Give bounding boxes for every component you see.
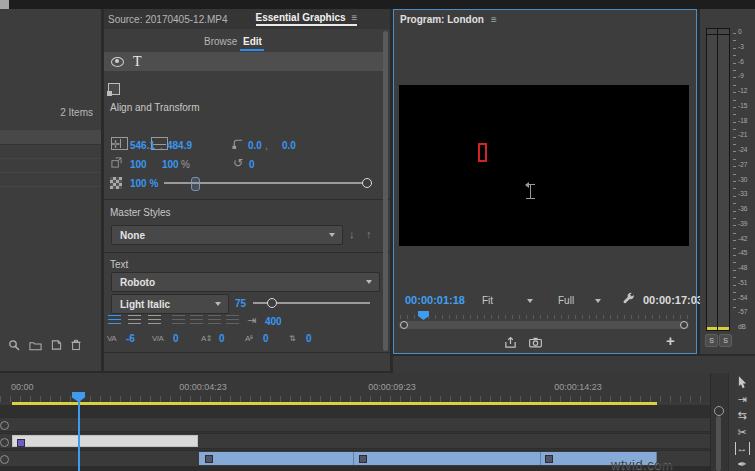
font-size-slider-handle[interactable]	[267, 298, 277, 308]
percent-sign: %	[181, 159, 190, 170]
slip-tool-icon[interactable]: ↔	[735, 442, 750, 454]
tab-width-icon: ⇥	[247, 314, 256, 327]
scrollbar-thumb[interactable]	[716, 416, 721, 471]
selection-tool-icon[interactable]	[738, 376, 747, 389]
opacity-value[interactable]: 100 %	[130, 178, 158, 189]
video-clip[interactable]	[354, 452, 541, 465]
graphic-clip-selected[interactable]	[12, 435, 198, 447]
new-item-icon[interactable]	[51, 339, 62, 351]
scale-x-value[interactable]: 100	[130, 159, 147, 170]
project-row-divider	[0, 158, 101, 159]
program-panel-title[interactable]: Program: London	[400, 14, 484, 25]
opacity-slider-handle[interactable]	[362, 178, 372, 188]
trash-icon[interactable]	[71, 339, 81, 351]
align-right-button[interactable]	[148, 315, 161, 325]
project-list-header[interactable]	[0, 130, 101, 145]
push-style-up-icon[interactable]: ↑	[366, 228, 372, 240]
project-row-divider	[0, 172, 101, 173]
timeline-ruler[interactable]: 00:00 00:00:04:23 00:00:09:23 00:00:14:2…	[0, 373, 710, 402]
panel-gap-strip	[393, 354, 755, 374]
timeline-nav-row[interactable]	[0, 405, 710, 417]
video-clip[interactable]	[199, 452, 354, 465]
tracking-value[interactable]: -6	[126, 333, 135, 344]
ruler-timecode: 00:00	[11, 382, 34, 392]
meter-level	[707, 327, 717, 330]
solo-left-button[interactable]: S	[705, 334, 718, 347]
audio-meters-panel: 0 -3 -6 -9 -12 -15 -18 -21 -24 -27 -30 -…	[700, 9, 755, 371]
solo-right-button[interactable]: S	[719, 334, 732, 347]
ripple-edit-tool-icon[interactable]: ⇆	[737, 409, 746, 421]
tab-edit[interactable]: Edit	[243, 36, 262, 47]
scale-y-value[interactable]: 100	[162, 159, 179, 170]
master-styles-dropdown[interactable]: None	[111, 225, 343, 245]
video-track-v3[interactable]	[0, 417, 710, 432]
db-label: -27	[738, 162, 755, 169]
panel-menu-icon[interactable]: ≡	[491, 14, 497, 25]
search-icon[interactable]	[8, 339, 20, 351]
eye-visibility-icon[interactable]	[111, 57, 124, 67]
tab-browse[interactable]: Browse	[204, 36, 237, 47]
timeline-playhead-line[interactable]	[78, 395, 80, 471]
position-y-value[interactable]: 484.9	[167, 140, 192, 151]
font-style-value: Light Italic	[120, 299, 170, 310]
db-label: -45	[738, 250, 755, 257]
export-frame-icon[interactable]	[504, 336, 517, 351]
program-video-viewport[interactable]	[399, 85, 689, 246]
text-layer-row[interactable]: T	[104, 52, 385, 71]
panel-menu-icon[interactable]: ≡	[352, 12, 358, 23]
scrub-right-handle[interactable]	[680, 321, 688, 329]
justify-last-left-button[interactable]	[172, 315, 185, 325]
db-label: -21	[738, 132, 755, 139]
track-select-forward-tool-icon[interactable]: ⇥	[737, 393, 746, 405]
zoom-level-dropdown[interactable]: Fit	[482, 295, 493, 306]
justify-last-right-button[interactable]	[208, 315, 221, 325]
justify-all-button[interactable]	[226, 315, 239, 325]
track-toggle-icon[interactable]	[0, 455, 9, 464]
justify-last-center-button[interactable]	[190, 315, 203, 325]
scrub-bar[interactable]	[399, 321, 689, 329]
new-bin-folder-icon[interactable]	[29, 340, 42, 351]
add-button[interactable]: +	[666, 332, 675, 349]
leading-value[interactable]: 0	[219, 333, 225, 344]
baseline-shift-value[interactable]: 0	[263, 333, 269, 344]
position-x-value[interactable]: 546.1	[130, 140, 155, 151]
rotation-value[interactable]: 0	[249, 159, 255, 170]
link-scale-icon[interactable]	[191, 177, 200, 191]
anchor-x-value[interactable]: 0.0	[248, 140, 262, 151]
db-label: -9	[738, 73, 755, 80]
font-style-dropdown[interactable]: Light Italic	[111, 294, 229, 314]
align-left-button[interactable]	[108, 315, 121, 325]
align-center-button[interactable]	[128, 315, 141, 325]
position-icon: ✛	[111, 138, 120, 151]
camera-snapshot-icon[interactable]	[529, 337, 542, 350]
pen-tool-icon[interactable]: ✒	[737, 459, 746, 471]
opacity-slider-track[interactable]	[164, 182, 369, 184]
video-track-v2[interactable]	[0, 433, 710, 449]
scrollbar[interactable]	[383, 31, 388, 351]
fx-badge-icon	[545, 455, 553, 463]
current-timecode[interactable]: 00:00:01:18	[405, 294, 465, 306]
db-label: -24	[738, 147, 755, 154]
font-family-dropdown[interactable]: Roboto	[111, 272, 380, 292]
tab-width-value[interactable]: 400	[265, 316, 282, 327]
project-toolbar	[8, 339, 81, 351]
font-size-value[interactable]: 75	[235, 298, 246, 309]
new-layer-button[interactable]	[108, 83, 120, 95]
video-track-v1[interactable]	[0, 450, 710, 467]
program-monitor-panel: Program: London ≡ 00:00:01:18 Fit Full 0…	[393, 9, 697, 354]
track-toggle-icon[interactable]	[0, 438, 9, 447]
project-panel: 2 Items	[0, 9, 101, 371]
settings-wrench-icon[interactable]	[622, 292, 635, 307]
anchor-y-value[interactable]: 0.0	[282, 140, 296, 151]
scrub-left-handle[interactable]	[400, 321, 408, 329]
scrollbar-handle[interactable]	[714, 406, 724, 416]
push-style-down-icon[interactable]: ↓	[349, 228, 355, 240]
tab-essential-graphics[interactable]: Essential Graphics ≡	[256, 12, 358, 26]
razor-tool-icon[interactable]: ✂	[737, 426, 746, 438]
kerning-value[interactable]: 0	[173, 333, 179, 344]
tsume-value[interactable]: 0	[306, 333, 312, 344]
timeline-vertical-scrollbar[interactable]	[710, 373, 728, 471]
track-toggle-icon[interactable]	[0, 421, 9, 430]
tab-source-monitor[interactable]: Source: 20170405-12.MP4	[108, 14, 228, 25]
playback-resolution-dropdown[interactable]: Full	[558, 295, 574, 306]
